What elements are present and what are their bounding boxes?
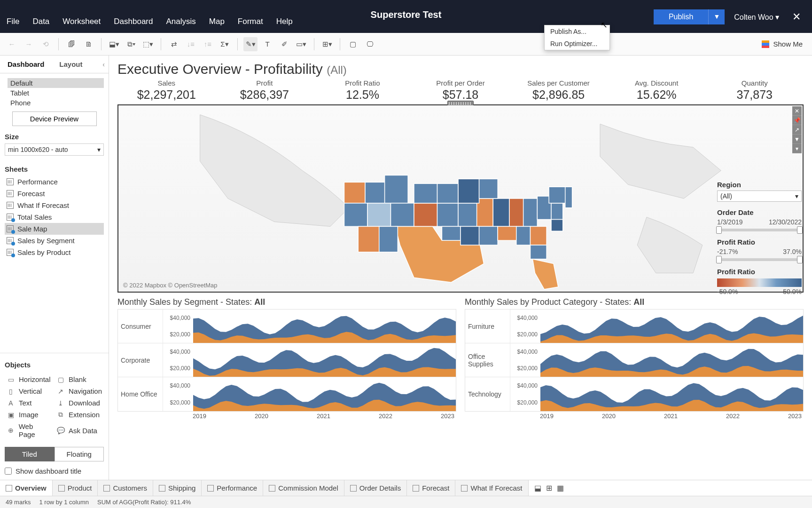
region-filter-select[interactable]: (All)▾ — [717, 190, 802, 202]
kpi-card[interactable]: Quantity37,873 — [705, 79, 804, 102]
menu-analysis[interactable]: Analysis — [166, 17, 195, 26]
fit-icon[interactable]: ▭▾ — [294, 37, 308, 51]
object-icon: ⊕ — [7, 427, 15, 434]
object-item[interactable]: ⤓Download — [55, 398, 103, 408]
label-icon[interactable]: T — [260, 37, 274, 51]
swap-icon[interactable]: ⇄ — [167, 37, 181, 51]
bottom-tab[interactable]: What If Forecast — [455, 480, 528, 496]
menu-map[interactable]: Map — [209, 17, 225, 26]
category-chart[interactable]: Monthly Sales by Product Category - Stat… — [465, 297, 804, 420]
sheet-item[interactable]: Performance — [5, 176, 104, 188]
kpi-card[interactable]: Profit$286,397 — [216, 79, 314, 102]
object-item[interactable]: AText — [6, 398, 52, 408]
show-dashboard-title-checkbox[interactable]: Show dashboard title — [5, 467, 104, 475]
sheet-item[interactable]: Sales by Segment — [5, 235, 104, 246]
sheet-item[interactable]: Total Sales — [5, 211, 104, 223]
new-datasource-icon[interactable]: 🗐 — [64, 37, 78, 51]
bottom-tab[interactable]: Commission Model — [263, 480, 344, 496]
svg-rect-8 — [458, 203, 477, 227]
presentation-icon[interactable]: ▢ — [346, 37, 360, 51]
run-optimizer-item[interactable]: Run Optimizer... — [545, 38, 609, 50]
close-icon[interactable]: ✕ — [789, 11, 804, 23]
publish-button[interactable]: Publish — [654, 9, 708, 24]
bottom-tab[interactable]: Performance — [202, 480, 263, 496]
menu-help[interactable]: Help — [276, 17, 293, 26]
order-date-slider[interactable] — [717, 229, 802, 231]
device-tablet[interactable]: Tablet — [8, 88, 104, 98]
menu-worksheet[interactable]: Worksheet — [62, 17, 101, 26]
device-icon[interactable]: 🖵 — [363, 37, 377, 51]
object-item[interactable]: ▭Horizontal — [6, 374, 52, 384]
user-menu[interactable]: Colten Woo ▾ — [734, 13, 779, 22]
chart-row: Home Office$40,000$20,000 — [118, 377, 456, 411]
redo-icon[interactable]: → — [22, 37, 36, 51]
object-item[interactable]: ▯Vertical — [6, 386, 52, 396]
pin-icon[interactable]: 📌 — [792, 116, 802, 125]
goto-sheet-icon[interactable]: ↗ — [792, 125, 802, 135]
sort-asc-icon[interactable]: ↓≡ — [184, 37, 198, 51]
undo-icon[interactable]: ← — [5, 37, 19, 51]
new-sheet-icon[interactable]: ⬓ — [534, 484, 541, 492]
segment-chart[interactable]: Monthly Sales by Segment - States: All C… — [117, 297, 456, 420]
bottom-tab[interactable]: Product — [53, 480, 98, 496]
kpi-card[interactable]: Avg. Discount15.62% — [608, 79, 706, 102]
sidepanel-tab-dashboard[interactable]: Dashboard — [0, 56, 52, 72]
refresh-icon[interactable]: 🗎 — [81, 37, 95, 51]
sheet-item[interactable]: Sales by Product — [5, 246, 104, 258]
show-me-button[interactable]: Show Me — [762, 40, 807, 48]
collapse-panel-icon[interactable]: ‹ — [102, 61, 105, 68]
highlight-icon[interactable]: ✎▾ — [243, 37, 258, 51]
sale-map[interactable]: ✕ 📌 ↗ ▼ ▾ © 2022 Mapbox © OpenStreetMap — [117, 104, 804, 293]
menu-file[interactable]: File — [7, 17, 19, 26]
size-select[interactable]: min 1000x620 - auto▾ — [5, 143, 104, 156]
sidepanel-tab-layout[interactable]: Layout — [52, 56, 90, 72]
revert-icon[interactable]: ⟲ — [39, 37, 53, 51]
filter-icon[interactable]: ▼ — [792, 135, 802, 144]
svg-rect-22 — [516, 226, 531, 245]
show-title-input[interactable] — [5, 468, 12, 475]
bottom-tab[interactable]: Customers — [98, 480, 153, 496]
device-phone[interactable]: Phone — [8, 98, 104, 108]
object-item[interactable]: ↗Navigation — [55, 386, 103, 396]
y-axis: $40,000$20,000 — [163, 343, 193, 377]
object-item[interactable]: ▣Image — [6, 410, 52, 420]
sheet-item[interactable]: What If Forecast — [5, 199, 104, 211]
close-card-icon[interactable]: ✕ — [792, 106, 802, 116]
sheet-item[interactable]: Sale Map — [5, 223, 104, 235]
object-item[interactable]: 💬Ask Data — [55, 421, 103, 439]
kpi-card[interactable]: Sales per Customer$2,896.85 — [509, 79, 608, 102]
format-icon[interactable]: ✐ — [277, 37, 291, 51]
object-item[interactable]: ⧉Extension — [55, 410, 103, 420]
clear-icon[interactable]: ⬚▾ — [141, 37, 155, 51]
device-preview-button[interactable]: Device Preview — [12, 111, 97, 126]
new-worksheet-icon[interactable]: ⬓▾ — [107, 37, 121, 51]
publish-dropdown-caret[interactable]: ▼ — [708, 9, 725, 24]
view-icon[interactable]: ⊞▾ — [320, 37, 334, 51]
tab-label: Forecast — [422, 484, 449, 492]
kpi-card[interactable]: Sales$2,297,201 — [117, 79, 216, 102]
sheet-item[interactable]: Forecast — [5, 188, 104, 199]
kpi-card[interactable]: Profit Ratio12.5% — [313, 79, 412, 102]
duplicate-icon[interactable]: ⧉▾ — [124, 37, 138, 51]
object-item[interactable]: ⊕Web Page — [6, 421, 52, 439]
bottom-tab[interactable]: Forecast — [407, 480, 455, 496]
bottom-tab[interactable]: Shipping — [153, 480, 202, 496]
bottom-tab[interactable]: Overview — [0, 480, 53, 496]
kpi-card[interactable]: Profit per Order$57.18 — [412, 79, 510, 102]
tiled-toggle[interactable]: Tiled — [5, 447, 55, 461]
more-icon[interactable]: ▾ — [792, 144, 802, 153]
bottom-tab[interactable]: Order Details — [344, 480, 407, 496]
menu-data[interactable]: Data — [32, 17, 49, 26]
menu-format[interactable]: Format — [238, 17, 263, 26]
object-item[interactable]: ▢Blank — [55, 374, 103, 384]
floating-toggle[interactable]: Floating — [55, 447, 104, 461]
show-title-label: Show dashboard title — [16, 467, 81, 475]
menu-dashboard[interactable]: Dashboard — [114, 17, 153, 26]
publish-as-item[interactable]: Publish As... — [545, 25, 609, 38]
device-default[interactable]: Default — [8, 78, 104, 88]
totals-icon[interactable]: Σ▾ — [218, 37, 232, 51]
new-story-icon[interactable]: ▦ — [557, 484, 564, 492]
new-dashboard-icon[interactable]: ⊞ — [546, 484, 552, 492]
profit-ratio-slider[interactable] — [717, 258, 802, 261]
sort-desc-icon[interactable]: ↑≡ — [201, 37, 215, 51]
